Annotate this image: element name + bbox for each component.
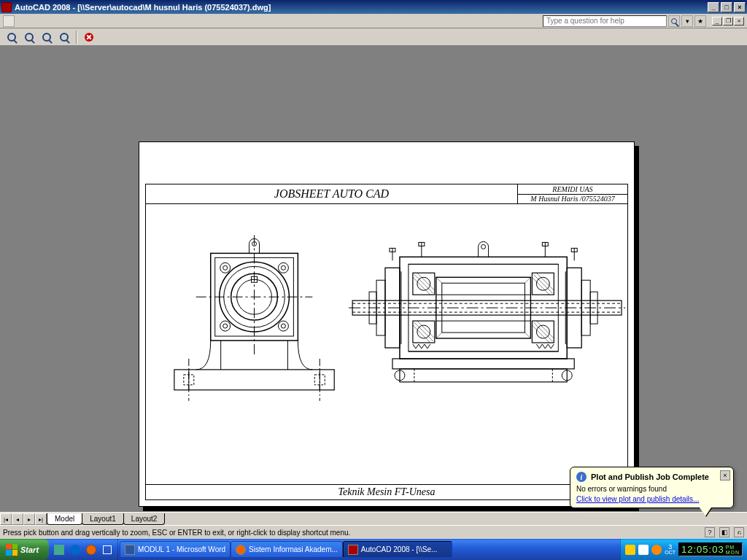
tray-printer-icon[interactable] xyxy=(638,545,649,555)
tray-icon[interactable] xyxy=(651,545,662,555)
taskbar-task-word[interactable]: MODUL 1 - Microsoft Word xyxy=(120,541,231,558)
toolbar-separator xyxy=(76,31,77,44)
clock-day: MON xyxy=(726,550,740,555)
toolbar-small-icon[interactable] xyxy=(3,15,15,27)
svg-rect-0 xyxy=(174,370,334,390)
mdi-close-button[interactable]: × xyxy=(734,17,744,26)
word-icon xyxy=(125,545,135,555)
zoom-toolbar xyxy=(0,28,747,46)
svg-point-12 xyxy=(281,265,285,270)
clock-ampm: PM xyxy=(726,545,740,550)
taskbar-clock[interactable]: 12:05:03 PM MON xyxy=(678,542,743,556)
help-dropdown-button[interactable]: ▾ xyxy=(681,15,693,27)
tray-month: OCT xyxy=(665,550,676,556)
maximize-button[interactable]: □ xyxy=(721,2,732,12)
tab-model[interactable]: Model xyxy=(47,513,82,525)
zoom-window-button[interactable] xyxy=(22,30,36,44)
svg-point-13 xyxy=(220,321,231,331)
app-icon xyxy=(1,2,12,12)
svg-point-16 xyxy=(281,324,285,328)
tab-layout2[interactable]: Layout2 xyxy=(123,513,166,525)
svg-point-10 xyxy=(223,265,228,270)
task-label: Sistem Informasi Akadem... xyxy=(249,545,338,553)
balloon-details-link[interactable]: Click to view plot and publish details..… xyxy=(576,495,699,503)
plot-complete-balloon: × i Plot and Publish Job Complete No err… xyxy=(570,467,734,508)
svg-point-15 xyxy=(278,321,288,331)
magnifier-icon xyxy=(42,33,51,42)
tray-date: 3 xyxy=(668,544,672,550)
quick-launch-item[interactable] xyxy=(100,542,115,557)
app-icon xyxy=(70,545,80,555)
svg-rect-49 xyxy=(392,359,574,369)
svg-point-9 xyxy=(220,262,231,273)
drawing-workspace[interactable]: JOBSHEET AUTO CAD REMIDI UAS M Husnul Ha… xyxy=(0,46,747,512)
cancel-icon xyxy=(85,33,93,42)
zoom-extents-button[interactable] xyxy=(57,30,71,44)
firefox-icon xyxy=(86,545,96,555)
firefox-icon xyxy=(236,545,246,555)
info-icon: i xyxy=(576,472,587,482)
svg-point-14 xyxy=(223,324,228,328)
taskbar-task-firefox[interactable]: Sistem Informasi Akadem... xyxy=(231,541,343,558)
status-help-icon[interactable]: ? xyxy=(705,527,715,537)
magnifier-icon xyxy=(7,33,16,42)
zoom-realtime-button[interactable] xyxy=(4,30,19,44)
status-annotation-icon[interactable]: ◧ xyxy=(719,527,729,537)
status-lock-icon[interactable]: ⎌ xyxy=(734,527,744,537)
tab-layout1[interactable]: Layout1 xyxy=(82,513,124,525)
status-hint: Press pick button and drag vertically to… xyxy=(3,529,350,537)
task-label: AutoCAD 2008 - [\\Se... xyxy=(361,545,438,553)
svg-point-61 xyxy=(481,244,486,249)
menubar: ▾ ★ _ ❐ × xyxy=(0,14,747,28)
tray-icon[interactable] xyxy=(625,545,635,555)
tab-prev-button[interactable]: ◂ xyxy=(12,513,23,525)
zoom-cancel-button[interactable] xyxy=(82,30,96,44)
balloon-message: No errors or warnings found xyxy=(576,485,727,493)
search-icon xyxy=(671,18,677,24)
start-button[interactable]: Start xyxy=(0,539,49,560)
windows-taskbar: Start MODUL 1 - Microsoft Word Sistem In… xyxy=(0,539,747,560)
windows-logo-icon xyxy=(6,544,18,556)
taskbar-task-autocad[interactable]: AutoCAD 2008 - [\\Se... xyxy=(343,541,452,558)
tray-calendar[interactable]: 3 OCT xyxy=(665,544,676,556)
drawing-footer: Teknik Mesin FT-Unesa xyxy=(145,484,628,500)
tab-last-button[interactable]: ▸| xyxy=(35,513,47,525)
close-button[interactable]: × xyxy=(734,2,746,12)
layout-tabbar: |◂ ◂ ▸ ▸| Model Layout1 Layout2 xyxy=(0,512,747,525)
autocad-icon xyxy=(348,545,358,555)
start-label: Start xyxy=(20,545,39,554)
quick-launch xyxy=(49,539,118,560)
system-tray: 3 OCT 12:05:03 PM MON xyxy=(620,539,747,560)
window-titlebar: AutoCAD 2008 - [\\Server\autocad\M husnu… xyxy=(0,0,747,14)
mdi-restore-button[interactable]: ❐ xyxy=(723,17,733,26)
window-title: AutoCAD 2008 - [\\Server\autocad\M husnu… xyxy=(15,3,708,12)
svg-point-11 xyxy=(278,262,288,273)
minimize-button[interactable]: _ xyxy=(708,2,719,12)
paper-sheet: JOBSHEET AUTO CAD REMIDI UAS M Husnul Ha… xyxy=(139,141,635,507)
zoom-previous-button[interactable] xyxy=(39,30,54,44)
clock-time: 12:05:03 xyxy=(681,544,724,555)
quick-launch-item[interactable] xyxy=(84,542,98,557)
help-favorite-button[interactable]: ★ xyxy=(694,15,706,27)
tab-next-button[interactable]: ▸ xyxy=(23,513,35,525)
balloon-title: Plot and Publish Job Complete xyxy=(591,472,709,481)
tab-first-button[interactable]: |◂ xyxy=(0,513,12,525)
balloon-close-button[interactable]: × xyxy=(720,470,730,481)
help-search-input[interactable] xyxy=(543,15,667,27)
quick-launch-item[interactable] xyxy=(52,542,66,557)
drawing-content xyxy=(145,204,628,484)
app-icon xyxy=(54,545,64,555)
mdi-minimize-button[interactable]: _ xyxy=(712,17,722,26)
status-bar: Press pick button and drag vertically to… xyxy=(0,525,747,539)
show-desktop-icon xyxy=(103,545,112,554)
magnifier-icon xyxy=(60,33,69,42)
svg-rect-50 xyxy=(400,369,567,382)
magnifier-icon xyxy=(25,33,34,42)
task-label: MODUL 1 - Microsoft Word xyxy=(138,545,225,553)
taskbar-tasks: MODUL 1 - Microsoft Word Sistem Informas… xyxy=(118,539,620,560)
help-search-button[interactable] xyxy=(668,15,680,27)
quick-launch-item[interactable] xyxy=(68,542,82,557)
